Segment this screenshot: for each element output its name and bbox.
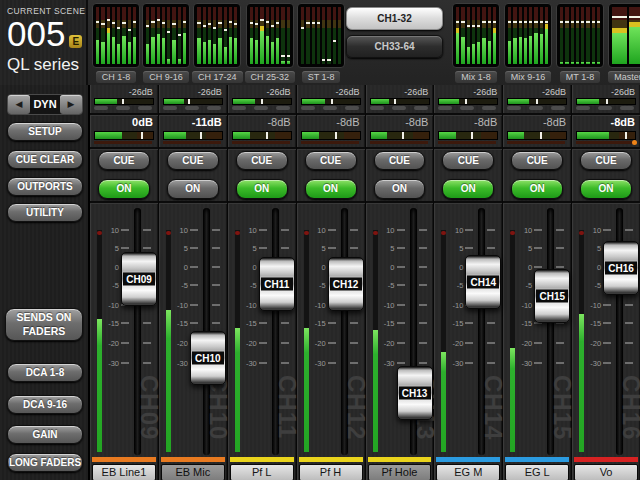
gain-button[interactable]: GAIN [7,425,83,444]
nav-prev-icon[interactable]: ◀ [8,95,30,114]
cue-button[interactable]: CUE [98,151,150,170]
fader-scale-tick [190,247,198,249]
meter-bar [276,7,279,64]
fader-scale-tick [281,322,289,324]
on-button[interactable]: ON [374,179,426,199]
meter-bar [234,7,237,64]
meter-bar-fill [482,38,485,64]
meter-bar-fill [96,40,99,64]
channel-name-label[interactable]: EB Line1 [92,464,156,480]
fader-knob[interactable]: CH11 [259,257,295,311]
fader-knob[interactable]: CH16 [603,241,639,295]
channel-name-label[interactable]: Vo [574,464,638,480]
fader-knob[interactable]: CH10 [190,331,226,385]
dca-9-16-button[interactable]: DCA 9-16 [7,395,83,414]
fader-scale-tick [625,229,633,231]
channel-name-label[interactable]: Pf Hole [368,464,432,480]
fader-knob-label: CH15 [536,290,568,303]
fader-knob-label: CH09 [123,272,155,285]
fader-scale-label: 5 [167,244,188,253]
fader-scale-tick [281,229,289,231]
fader-scale-label: 5 [442,244,463,253]
cue-button[interactable]: CUE [236,151,288,170]
on-button[interactable]: ON [98,179,150,199]
fader-knob[interactable]: CH09 [121,252,157,306]
meter-bar [467,7,470,64]
meter-bar [112,7,115,64]
fader-scale-tick [397,284,405,286]
gr-indicator-row [438,106,496,110]
fader-scale-label: 0 [98,263,119,272]
meter-peak-hold [234,23,237,25]
cue-button[interactable]: CUE [167,151,219,170]
meter-bar [493,7,496,64]
meter-bar [477,7,480,64]
setup-button[interactable]: SETUP [7,122,83,141]
meter-bar-fill [529,36,532,65]
on-button[interactable]: ON [236,179,288,199]
meter-box [452,3,500,68]
channel-name-label[interactable]: EG M [436,464,500,480]
cue-button[interactable]: CUE [442,151,494,170]
meter-block-label: CH 9-16 [143,71,189,83]
cue-clear-button[interactable]: CUE CLEAR [7,150,83,169]
dca-1-8-button[interactable]: DCA 1-8 [7,363,83,382]
fader-scale-label: 5 [236,244,257,253]
meter-bar-fill [597,62,600,64]
utility-button[interactable]: UTILITY [7,203,83,222]
cue-button[interactable]: CUE [374,151,426,170]
nav-next-icon[interactable]: ▶ [60,95,82,114]
meter-peak-hold [467,25,470,27]
level-mini-meter-fill [577,132,609,139]
fader-knob[interactable]: CH13 [397,366,433,420]
long-faders-button[interactable]: LONG FADERS [7,453,83,472]
fader-scale-tick [556,362,564,364]
dynamics-thin-meter [301,141,359,144]
fader-scale-label: -15 [580,319,601,328]
channel-name-label[interactable]: EG L [505,464,569,480]
meter-peak-hold [306,22,309,24]
fader-scale-label: -5 [167,281,188,290]
outports-button[interactable]: OUTPORTS [7,177,83,196]
fader-scale-label: -5 [98,281,119,290]
on-button[interactable]: ON [305,179,357,199]
on-button[interactable]: ON [511,179,563,199]
fader-knob[interactable]: CH14 [465,255,501,309]
fader-scale-tick [487,229,495,231]
bank-button-ch1-32[interactable]: CH1-32 [346,7,443,30]
on-button[interactable]: ON [442,179,494,199]
cue-button[interactable]: CUE [580,151,632,170]
gain-mini-meter-fill [233,99,255,104]
cue-button[interactable]: CUE [305,151,357,170]
meter-peak-hold [224,29,227,31]
meter-peak-hold [162,22,165,24]
channel-name-label[interactable]: Pf L [230,464,294,480]
on-button[interactable]: ON [167,179,219,199]
fader-scale-label: 0 [236,263,257,272]
fader-scale-label: -30 [98,359,119,368]
meter-peak-hold [597,21,600,23]
meter-peak-hold [488,21,491,23]
fader-scale-label: 5 [305,244,326,253]
sends-on-faders-button[interactable]: SENDS ON FADERS [5,308,83,341]
bank-button-ch33-64[interactable]: CH33-64 [346,35,443,58]
meter-block: CH 1-8 [92,3,140,83]
fader-scale-tick [487,322,495,324]
gr-indicator-segment [138,106,152,110]
sidebar: ◀ DYN ▶ SETUP CUE CLEAR OUTPORTS UTILITY… [0,85,90,480]
fader-knob[interactable]: CH15 [534,269,570,323]
meter-bar [107,7,110,64]
channel-color-bar [92,457,156,462]
level-mini-meter [438,131,498,140]
gr-indicator-segment [576,106,590,110]
section-divider [434,201,502,203]
cue-button[interactable]: CUE [511,151,563,170]
fader-knob[interactable]: CH12 [328,257,364,311]
fader-scale-tick [556,247,564,249]
fader-scale-tick [397,247,405,249]
channel-name-label[interactable]: EB Mic [161,464,225,480]
on-button[interactable]: ON [580,179,632,199]
channel-name-label[interactable]: Pf H [299,464,363,480]
meter-bar-fill [534,33,537,64]
meter-peak-hold [461,21,464,23]
